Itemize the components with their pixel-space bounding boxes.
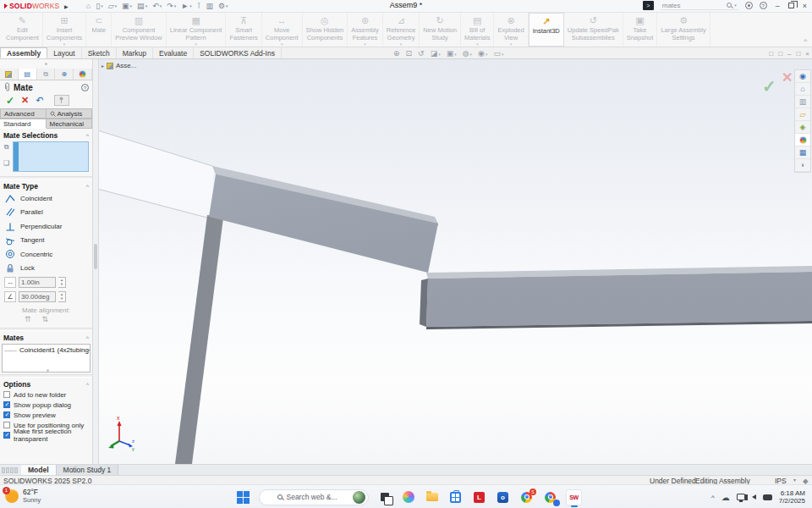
taskbar-search-input[interactable]: Search web &... <box>259 489 369 505</box>
file-explorer-button[interactable] <box>424 489 440 505</box>
options-button[interactable]: ⚙ <box>217 2 230 10</box>
weather-widget[interactable]: 1 62°F Sunny <box>5 488 41 504</box>
checkbox-unchecked[interactable] <box>3 422 10 428</box>
confirmation-cancel-icon[interactable]: ✕ <box>782 69 793 86</box>
option-make-first-selection-transparent[interactable]: Make first selection transparent <box>0 430 92 440</box>
bill-of-materials-button[interactable]: ▤Bill of Materials <box>461 13 494 47</box>
search-daily-image[interactable] <box>353 491 365 504</box>
onedrive-icon[interactable]: ☁ <box>721 493 730 502</box>
configurationmanager-tab[interactable]: ⧉ <box>37 69 56 80</box>
menu-flyout-arrow-icon[interactable]: ▶ <box>64 3 69 9</box>
exploded-view-button[interactable]: ⊗Exploded View <box>494 13 528 47</box>
undo-button[interactable]: ↶ <box>151 2 163 10</box>
dimxpertmanager-tab[interactable]: ⊕ <box>55 69 74 80</box>
assembly-node-label[interactable]: Asse... <box>116 62 136 69</box>
solidworks-taskbar-button[interactable]: SW <box>566 489 582 505</box>
distance-input[interactable]: 1.00in <box>19 277 56 288</box>
doc-restore-button[interactable]: □ <box>796 50 800 58</box>
mate-type-header[interactable]: Mate Type^ <box>0 179 92 191</box>
displaymanager-tab[interactable] <box>74 69 92 80</box>
search-input[interactable]: mates ▾ <box>661 1 738 10</box>
assembly-features-button[interactable]: ⊛Assembly Features <box>348 13 383 47</box>
tab-sketch[interactable]: Sketch <box>82 47 117 58</box>
units-caret-icon[interactable]: ▾ <box>793 477 796 483</box>
start-button[interactable] <box>235 489 251 505</box>
tab-markup[interactable]: Markup <box>117 47 153 58</box>
display-cast-icon[interactable] <box>737 494 745 500</box>
ok-button[interactable]: ✓ <box>6 95 14 107</box>
featuremanager-tab[interactable] <box>0 69 19 80</box>
mate-type-coincident[interactable]: Coincident <box>0 191 92 206</box>
show-hidden-components-button[interactable]: ◎Show Hidden Components <box>303 13 348 47</box>
task-view-button[interactable] <box>376 489 392 505</box>
propertymanager-tab[interactable]: ▤ <box>19 69 37 80</box>
mechanical-mates-tab[interactable]: Mechanical <box>47 119 93 129</box>
close-button[interactable]: × <box>801 2 809 10</box>
angle-icon[interactable]: ∠ <box>4 291 16 302</box>
cancel-button[interactable]: ✕ <box>21 95 29 106</box>
tab-model[interactable]: Model <box>21 465 57 475</box>
instant3d-button[interactable]: ↗Instant3D <box>529 13 564 47</box>
tab-assembly[interactable]: Assembly <box>0 47 47 58</box>
option-show-popup-dialog[interactable]: Show popup dialog <box>0 400 92 410</box>
redo-button[interactable]: ↷ <box>165 2 178 10</box>
feature-tree-breadcrumb[interactable]: ▸ Asse... <box>102 62 136 69</box>
l-app-button[interactable]: L <box>471 489 487 505</box>
checkbox-unchecked[interactable] <box>3 391 10 398</box>
analysis-tab[interactable]: Analysis <box>47 108 93 119</box>
distance-spinner[interactable]: ▲▼ <box>58 277 66 288</box>
display-style-icon[interactable]: ◍ <box>463 49 472 58</box>
take-snapshot-button[interactable]: ▣Take Snapshot <box>623 13 658 47</box>
custom-properties-icon[interactable]: ▦ <box>795 146 810 159</box>
open-button[interactable]: ▱ <box>107 2 118 10</box>
view-palette-icon[interactable]: ◈ <box>795 121 810 134</box>
previous-view-icon[interactable]: ↺ <box>418 49 425 58</box>
print-button[interactable]: ▤ <box>135 2 149 10</box>
mates-header[interactable]: Mates^ <box>0 331 92 343</box>
option-show-preview[interactable]: Show preview <box>0 410 92 420</box>
copilot-button[interactable] <box>400 489 416 505</box>
user-account-icon[interactable] <box>745 2 753 9</box>
list-button[interactable]: ▥ <box>204 2 215 10</box>
save-button[interactable]: ▣ <box>120 2 134 10</box>
checkbox-checked[interactable] <box>3 432 10 439</box>
view-settings-icon[interactable]: ▭ <box>493 49 503 58</box>
tray-overflow-chevron[interactable]: ^ <box>711 494 715 501</box>
aligned-button[interactable]: ⇈ <box>25 315 31 326</box>
confirmation-ok-icon[interactable]: ✓ <box>762 76 776 97</box>
options-header[interactable]: Options^ <box>0 378 92 389</box>
update-speedpak-button[interactable]: ↺Update SpeedPak Subassemblies <box>564 13 623 47</box>
checkbox-checked[interactable] <box>3 401 10 408</box>
splitter-grip[interactable] <box>94 244 97 269</box>
large-assembly-settings-button[interactable]: ⚙Large Assembly Settings <box>657 13 710 47</box>
panel-help-icon[interactable]: ? <box>81 84 89 91</box>
angle-input[interactable]: 30.00deg <box>19 291 56 302</box>
tab-motion-study-1[interactable]: Motion Study 1 <box>57 465 119 475</box>
pane-split-buttons[interactable] <box>0 465 21 475</box>
hide-show-items-icon[interactable]: ◉ <box>478 49 487 58</box>
new-document-button[interactable]: ▯ <box>94 2 104 10</box>
tag-icon[interactable]: ◆ <box>803 477 809 485</box>
forum-icon[interactable]: ◗ <box>795 159 810 172</box>
mate-type-lock[interactable]: Lock <box>0 262 92 276</box>
new-motion-study-button[interactable]: ↻New Motion Study <box>420 13 461 47</box>
speaker-icon[interactable] <box>752 494 756 500</box>
help-icon[interactable]: ? <box>760 2 767 9</box>
3dexperience-globe-icon[interactable]: ◉ <box>795 70 810 83</box>
design-library-icon[interactable]: ▥ <box>795 96 810 108</box>
keep-visible-pin-button[interactable] <box>54 95 69 106</box>
chrome-profile1-button[interactable]: S <box>518 489 535 505</box>
mates-list[interactable]: —— Coincident1 (4x2tubing<1>, <box>2 344 91 373</box>
anti-aligned-button[interactable]: ⇅ <box>42 315 49 326</box>
mate-list-item[interactable]: —— Coincident1 (4x2tubing<1>, <box>3 345 90 354</box>
command-search-icon[interactable]: > <box>643 1 654 10</box>
move-component-button[interactable]: ↔Move Component <box>262 13 303 47</box>
restore-button[interactable] <box>788 3 794 8</box>
reference-geometry-button[interactable]: ⊿Reference Geometry <box>383 13 420 47</box>
graphics-viewport[interactable]: ▸ Asse... ✓ ✕ ◉ ⌂ ▥ ▱ ◈ ▦ ◗ x z y <box>99 59 812 464</box>
outlook-button[interactable]: o <box>495 489 511 505</box>
list-resize-handle[interactable] <box>47 369 49 372</box>
doc-window-icon-1[interactable]: □ <box>769 50 773 58</box>
doc-close-button[interactable]: × <box>805 50 809 58</box>
zoom-to-fit-icon[interactable]: ⊕ <box>393 49 400 58</box>
